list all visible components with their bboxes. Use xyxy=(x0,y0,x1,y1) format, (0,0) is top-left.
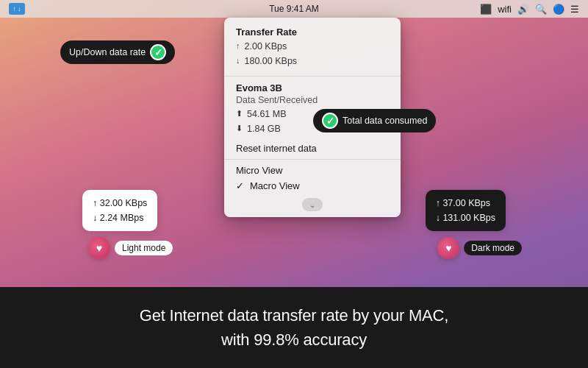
reset-item[interactable]: Reset internet data xyxy=(224,141,401,156)
light-mode-label: Light mode xyxy=(115,241,173,255)
total-data-tooltip: ✓ Total data consumed xyxy=(313,109,436,132)
left-download-value: ↓ 2.24 MBps xyxy=(93,210,143,225)
search-icon[interactable]: 🔍 xyxy=(535,4,547,15)
menu-icon[interactable]: ☰ xyxy=(570,4,579,15)
macro-view-label: Macro View xyxy=(250,180,300,191)
updown-menubar-icon[interactable]: ↑↓ xyxy=(9,3,25,15)
data-received-arrow-icon: ⬇ xyxy=(236,122,243,135)
download-arrow-icon: ↓ xyxy=(236,54,240,68)
menubar-clock: Tue 9:41 AM xyxy=(269,4,319,14)
left-download-row: ↓ 2.24 MBps xyxy=(93,210,147,225)
updown-check-icon: ✓ xyxy=(150,44,166,60)
micro-view-label: Micro View xyxy=(236,165,282,176)
dark-mode-label: Dark mode xyxy=(464,241,522,255)
left-upload-row: ↑ 32.00 KBps xyxy=(93,196,147,210)
total-data-label: Total data consumed xyxy=(343,116,427,126)
right-download-row: ↓ 131.00 KBps xyxy=(436,210,495,225)
total-check-icon: ✓ xyxy=(322,113,338,129)
updown-tooltip: Up/Down data rate ✓ xyxy=(60,40,175,64)
cast-icon[interactable]: ⬛ xyxy=(480,4,492,15)
menubar-time: Tue 9:41 AM xyxy=(269,4,319,14)
wifi-icon[interactable]: wifi xyxy=(498,4,512,15)
banner-text: Get Internet data transfer rate by your … xyxy=(140,303,448,352)
speed-widget-right: ↑ 37.00 KBps ↓ 131.00 KBps xyxy=(426,190,506,231)
upload-speed: 2.00 KBps xyxy=(245,39,287,54)
dropdown-bottom: ⌄ xyxy=(224,194,401,214)
heart-icon-left: ♥ xyxy=(88,237,110,259)
menubar-left: ↑↓ xyxy=(9,3,25,15)
right-upload-row: ↑ 37.00 KBps xyxy=(436,196,495,210)
transfer-rate-section: Transfer Rate ↑ 2.00 KBps ↓ 180.00 KBps xyxy=(224,24,401,73)
data-sent-received-label: Data Sent/Received xyxy=(236,95,389,105)
divider-1 xyxy=(224,76,401,77)
siri-icon[interactable]: 🔵 xyxy=(553,4,564,15)
chevron-down-btn[interactable]: ⌄ xyxy=(302,198,323,211)
volume-icon[interactable]: 🔊 xyxy=(517,4,529,15)
light-mode-indicator: ♥ Light mode xyxy=(88,237,173,259)
updown-tooltip-label: Up/Down data rate xyxy=(69,47,146,57)
transfer-rate-title: Transfer Rate xyxy=(236,26,389,38)
divider-2 xyxy=(224,159,401,160)
upload-arrow-icon: ↑ xyxy=(236,40,240,53)
banner-line2: with 99.8% accuracy xyxy=(221,330,367,349)
right-upload-value: ↑ 37.00 KBps xyxy=(436,196,490,210)
reset-label: Reset internet data xyxy=(236,143,317,154)
speed-widget-left: ↑ 32.00 KBps ↓ 2.24 MBps xyxy=(82,190,157,231)
menubar-right: ⬛ wifi 🔊 🔍 🔵 ☰ xyxy=(480,4,579,15)
network-name: Evoma 3B xyxy=(236,82,389,93)
left-upload-value: ↑ 32.00 KBps xyxy=(93,196,147,210)
data-sent-arrow-icon: ⬆ xyxy=(236,107,243,121)
heart-icon-right: ♥ xyxy=(437,237,459,259)
banner-line1: Get Internet data transfer rate by your … xyxy=(140,306,448,325)
dark-mode-indicator: ♥ Dark mode xyxy=(437,237,522,259)
macro-check-icon: ✓ xyxy=(236,180,244,191)
download-row: ↓ 180.00 KBps xyxy=(236,54,389,68)
micro-view-item[interactable]: Micro View xyxy=(224,163,401,178)
upload-row: ↑ 2.00 KBps xyxy=(236,39,389,54)
data-received-value: 1.84 GB xyxy=(247,121,281,136)
data-sent-value: 54.61 MB xyxy=(247,107,287,121)
download-speed: 180.00 KBps xyxy=(245,54,298,68)
menubar: ↑↓ Tue 9:41 AM ⬛ wifi 🔊 🔍 🔵 ☰ xyxy=(0,0,588,18)
bottom-banner: Get Internet data transfer rate by your … xyxy=(0,287,588,368)
right-download-value: ↓ 131.00 KBps xyxy=(436,210,495,225)
macro-view-item[interactable]: ✓ Macro View xyxy=(224,178,401,194)
